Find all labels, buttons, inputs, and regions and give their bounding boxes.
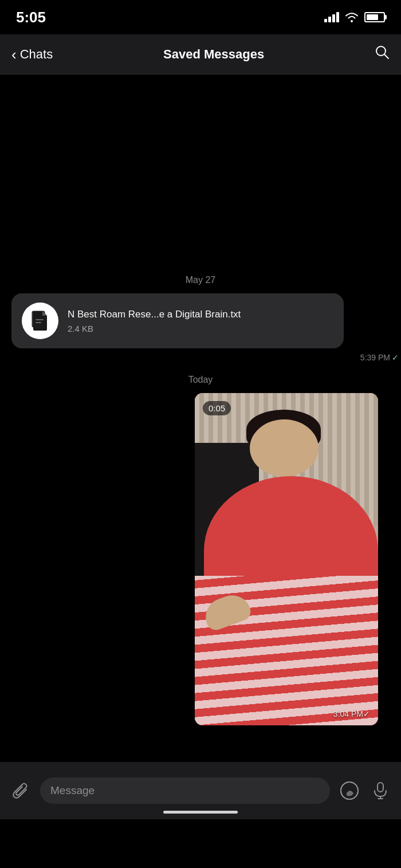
file-checkmark: ✓ bbox=[392, 353, 399, 362]
page-title: Saved Messages bbox=[163, 47, 264, 62]
file-icon-wrapper bbox=[22, 303, 58, 339]
video-meta: 3:04 PM✓ bbox=[333, 709, 370, 718]
mic-button[interactable] bbox=[369, 779, 392, 802]
svg-rect-3 bbox=[36, 319, 44, 320]
video-message-container: 0:05 3:04 PM✓ bbox=[0, 393, 390, 725]
home-indicator bbox=[163, 811, 238, 814]
nav-bar: ‹ Chats Saved Messages bbox=[0, 34, 401, 74]
file-time: 5:39 PM bbox=[360, 353, 390, 362]
empty-space bbox=[0, 74, 401, 264]
chat-area: May 27 N Best Roam Rese...e a Digital Br… bbox=[0, 74, 401, 819]
paperclip-icon bbox=[12, 782, 29, 799]
svg-rect-7 bbox=[378, 783, 383, 792]
microphone-icon bbox=[372, 781, 388, 800]
battery-icon bbox=[364, 12, 385, 22]
document-icon bbox=[31, 310, 49, 332]
video-time: 3:04 PM bbox=[333, 709, 363, 718]
message-input[interactable]: Message bbox=[40, 777, 330, 804]
chevron-left-icon: ‹ bbox=[11, 47, 17, 62]
wifi-icon bbox=[345, 12, 359, 22]
search-button[interactable] bbox=[375, 45, 390, 64]
video-message[interactable]: 0:05 3:04 PM✓ bbox=[195, 393, 378, 725]
back-label: Chats bbox=[20, 47, 53, 62]
signal-icon bbox=[324, 12, 339, 22]
search-icon bbox=[375, 45, 390, 60]
video-thumbnail: 0:05 3:04 PM✓ bbox=[195, 393, 378, 725]
video-checkmark: ✓ bbox=[363, 709, 370, 718]
back-button[interactable]: ‹ Chats bbox=[11, 47, 53, 62]
file-message-bubble[interactable]: N Best Roam Rese...e a Digital Brain.txt… bbox=[11, 293, 344, 348]
file-size: 2.4 KB bbox=[68, 324, 333, 333]
file-message-meta: 5:39 PM✓ bbox=[0, 353, 401, 362]
svg-line-1 bbox=[384, 54, 388, 58]
svg-rect-4 bbox=[36, 322, 41, 323]
file-name: N Best Roam Rese...e a Digital Brain.txt bbox=[68, 308, 333, 321]
video-duration-badge: 0:05 bbox=[203, 401, 231, 415]
date-separator-today: Today bbox=[0, 375, 401, 385]
file-details: N Best Roam Rese...e a Digital Brain.txt… bbox=[68, 308, 333, 333]
status-bar: 5:05 bbox=[0, 0, 401, 34]
status-time: 5:05 bbox=[16, 9, 46, 26]
message-placeholder: Message bbox=[50, 784, 95, 797]
attach-button[interactable] bbox=[9, 779, 32, 802]
date-separator-may27: May 27 bbox=[0, 275, 401, 285]
battery-fill bbox=[367, 14, 378, 20]
status-icons bbox=[324, 12, 385, 22]
sticker-icon bbox=[340, 781, 359, 800]
sticker-button[interactable] bbox=[338, 779, 361, 802]
